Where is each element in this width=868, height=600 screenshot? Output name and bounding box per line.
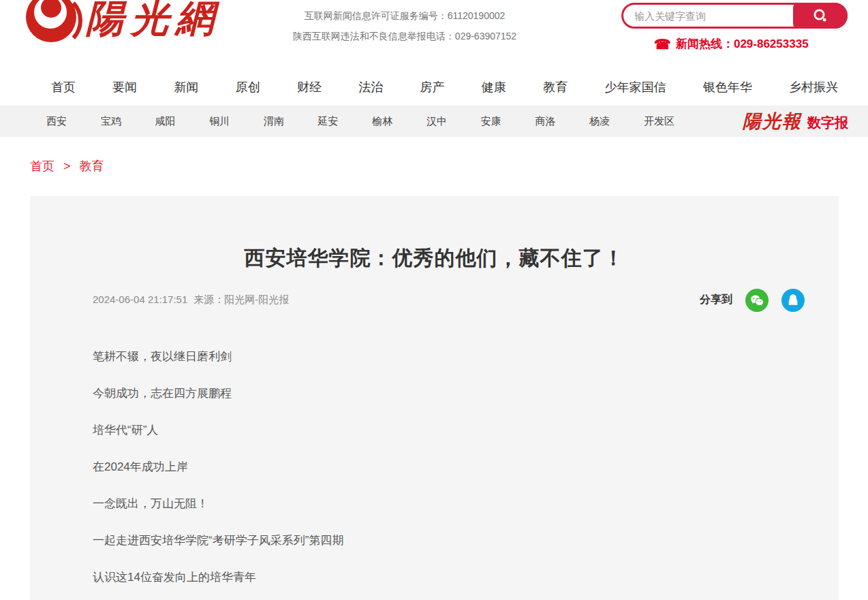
main-nav-item[interactable]: 教育 [543,79,568,95]
city-nav-item[interactable]: 延安 [318,115,339,128]
city-nav-item[interactable]: 安康 [481,115,501,128]
license-info: 互联网新闻信息许可证服务编号：61120190002 陕西互联网违法和不良信息举… [278,5,531,46]
article-panel: 西安培华学院：优秀的他们，藏不住了！ 2024-06-04 21:17:51 来… [30,196,839,600]
city-nav-item[interactable]: 铜川 [209,115,230,128]
main-nav-item[interactable]: 银色年华 [703,79,752,95]
main-nav: 首页 要闻 新闻 原创 财经 法治 房产 健康 教育 少年家国信 银色年华 乡村… [0,68,868,106]
city-nav-item[interactable]: 杨凌 [589,115,610,128]
digital-paper-label: 数字报 [807,114,848,132]
main-nav-item[interactable]: 要闻 [112,79,137,95]
wechat-icon [749,292,765,309]
main-nav-item[interactable]: 法治 [358,79,383,95]
article-paragraph: 笔耕不辍，夜以继日磨利剑 [93,350,839,364]
main-nav-item[interactable]: 乡村振兴 [789,79,838,95]
breadcrumb-separator: > [63,159,71,173]
article-source: 来源：阳光网-阳光报 [193,294,289,306]
city-nav-item[interactable]: 榆林 [372,115,392,128]
city-nav-item[interactable]: 宝鸡 [101,115,121,128]
article-meta-left: 2024-06-04 21:17:51 来源：阳光网-阳光报 [93,294,289,306]
hotline-text: 新闻热线：029-86253335 [676,36,809,52]
breadcrumb-home[interactable]: 首页 [30,159,55,173]
search-bar [621,3,848,29]
search-input[interactable] [633,6,783,25]
article-paragraph: 培华代“研”人 [93,424,839,437]
news-hotline: ☎ 新闻热线：029-86253335 [654,36,809,52]
main-nav-item[interactable]: 首页 [51,79,76,95]
search-icon [812,7,828,24]
main-nav-item[interactable]: 财经 [297,79,322,95]
city-nav-group: 西安 宝鸡 咸阳 铜川 渭南 延安 榆林 汉中 安康 商洛 杨凌 开发区 [46,115,675,128]
license-line-2: 陕西互联网违法和不良信息举报电话：029-63907152 [278,26,531,46]
share-label: 分享到 [700,293,732,307]
search-button[interactable] [793,3,848,29]
city-nav-item[interactable]: 汉中 [427,115,447,128]
article-paragraph: 一起走进西安培华学院“考研学子风采系列”第四期 [93,534,839,548]
breadcrumb: 首页 > 教育 [0,137,868,197]
main-nav-item[interactable]: 健康 [482,79,506,95]
license-line-1: 互联网新闻信息许可证服务编号：61120190002 [278,5,531,26]
main-nav-item[interactable]: 新闻 [174,79,199,95]
article-paragraph: 今朝成功，志在四方展鹏程 [93,387,839,400]
article-datetime: 2024-06-04 21:17:51 [93,294,187,306]
share-qq-button[interactable] [781,289,805,312]
main-nav-item[interactable]: 房产 [420,79,445,95]
main-nav-item[interactable]: 少年家国信 [604,79,666,95]
sun-logo-icon [26,0,76,42]
article-paragraph: 在2024年成功上岸 [93,460,839,474]
phone-icon: ☎ [654,37,671,51]
main-nav-item[interactable]: 原创 [236,79,260,95]
digital-paper-logo: 陽光報 [743,109,802,133]
article-paragraph: 认识这14位奋发向上的培华青年 [93,571,839,584]
city-nav: 西安 宝鸡 咸阳 铜川 渭南 延安 榆林 汉中 安康 商洛 杨凌 开发区 陽光報… [0,106,868,137]
article-body: 笔耕不辍，夜以继日磨利剑 今朝成功，志在四方展鹏程 培华代“研”人 在2024年… [30,350,839,584]
site-logo[interactable]: 陽光網 [26,0,221,42]
article-paragraph: 一念既出，万山无阻！ [93,497,839,511]
share-box: 分享到 [700,289,805,312]
article-meta: 2024-06-04 21:17:51 来源：阳光网-阳光报 分享到 [30,293,839,307]
breadcrumb-current[interactable]: 教育 [80,159,104,173]
site-logo-text: 陽光網 [86,0,221,42]
qq-icon [785,292,801,309]
city-nav-item[interactable]: 西安 [46,115,67,128]
city-nav-item[interactable]: 渭南 [264,115,284,128]
article-title: 西安培华学院：优秀的他们，藏不住了！ [30,196,839,272]
share-wechat-button[interactable] [745,289,769,312]
city-nav-item[interactable]: 咸阳 [155,115,175,128]
site-header: 陽光網 互联网新闻信息许可证服务编号：61120190002 陕西互联网违法和不… [0,0,868,68]
digital-paper-link[interactable]: 陽光報 数字报 [743,109,848,133]
city-nav-item[interactable]: 商洛 [535,115,555,128]
city-nav-item[interactable]: 开发区 [644,115,675,128]
